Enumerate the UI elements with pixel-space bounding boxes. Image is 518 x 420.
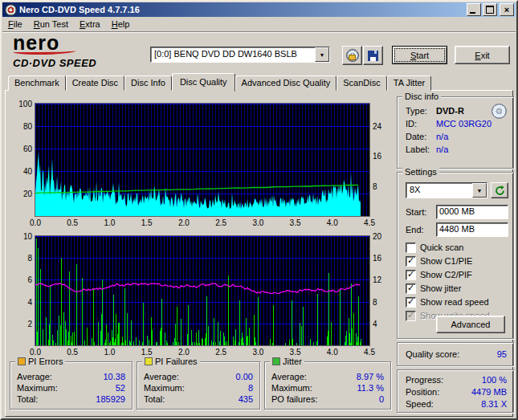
refresh-icon [495, 186, 505, 196]
axis-tick: 0.0 [27, 348, 44, 357]
settings-title: Settings [405, 167, 437, 177]
checkbox-quick-scan[interactable]: ✓ Quick scan [406, 242, 463, 253]
axis-tick: 2.5 [212, 218, 230, 227]
tab-benchmark[interactable]: Benchmark [8, 75, 66, 91]
axis-tick: 1.0 [100, 218, 118, 227]
start-position-field[interactable]: 0000 MB [436, 205, 508, 219]
quality-score-panel: Quality score: 95 [397, 342, 514, 366]
tab-strip: BenchmarkCreate DiscDisc InfoDisc Qualit… [8, 73, 431, 91]
menu-extra[interactable]: Extra [74, 18, 106, 31]
hand-icon [349, 55, 356, 60]
pi-errors-legend-icon [18, 357, 26, 365]
axis-tick: 20 [10, 190, 32, 198]
minimize-icon [470, 12, 475, 14]
minimize-button[interactable] [467, 3, 481, 16]
axis-tick: 3.5 [287, 218, 304, 227]
menu-help[interactable]: Help [106, 18, 136, 31]
axis-tick: 4.0 [324, 348, 341, 357]
menu-run-test[interactable]: Run Test [28, 18, 74, 31]
drive-select[interactable]: [0:0] BENQ DVD DD DW1640 BSLB ▼ [150, 47, 330, 63]
axis-tick: 0.5 [63, 348, 81, 357]
axis-tick: 8 [373, 298, 389, 307]
axis-tick: 60 [10, 145, 32, 153]
scan-speed-select[interactable]: 8X ▼ [406, 182, 487, 198]
jitter-panel: Jitter Average:8.97 % Maximum:11.3 % PO … [264, 361, 391, 410]
axis-tick: 0.0 [27, 218, 44, 227]
drive-select-value: [0:0] BENQ DVD DD DW1640 BSLB [151, 47, 315, 62]
titlebar[interactable]: Nero CD-DVD Speed 4.7.7.16 × [2, 2, 516, 17]
tab-advanced-disc-quality[interactable]: Advanced Disc Quality [235, 75, 337, 91]
quality-score-value: 95 [497, 349, 507, 359]
axis-tick: 100 [10, 100, 32, 108]
pi-failures-title: PI Failures [155, 357, 198, 366]
axis-tick: 3.5 [287, 348, 304, 357]
disc-tray-button[interactable] [342, 46, 362, 65]
speed-dropdown-button[interactable]: ▼ [472, 183, 487, 198]
pi-errors-panel: PI Errors Average:10.38 Maximum:52 Total… [10, 361, 133, 410]
axis-tick: 4 [10, 298, 32, 307]
progress-panel: Progress:100 % Position:4479 MB Speed:8.… [397, 369, 514, 413]
axis-tick: 1.5 [138, 218, 156, 227]
app-window: Nero CD-DVD Speed 4.7.7.16 × File Run Te… [0, 0, 518, 420]
axis-tick: 24 [373, 122, 389, 131]
nero-logo: nero CD·DVD SPEED [13, 34, 141, 69]
axis-tick: 8 [10, 254, 32, 263]
disc-info-title: Disc info [405, 92, 438, 101]
app-icon [5, 4, 17, 16]
checkbox-show-jitter[interactable]: ✓ Show jitter [406, 283, 461, 294]
checkbox-show-c1-pie[interactable]: ✓ Show C1/PIE [406, 255, 472, 267]
tab-disc-quality[interactable]: Disc Quality [172, 73, 235, 92]
jitter-legend-icon [272, 357, 280, 365]
tab-ta-jitter[interactable]: TA Jitter [387, 75, 432, 91]
advanced-button[interactable]: Advanced [436, 316, 505, 333]
axis-tick: 1.5 [138, 348, 156, 357]
axis-tick: 2.5 [212, 348, 230, 357]
chevron-down-icon: ▼ [320, 52, 325, 58]
axis-tick: 4.0 [324, 218, 341, 227]
checkbox-box: ✓ [406, 256, 416, 267]
check-icon: ✓ [407, 311, 414, 320]
drive-dropdown-button[interactable]: ▼ [315, 47, 329, 62]
jitter-title: Jitter [283, 357, 302, 366]
end-position-field[interactable]: 4480 MB [436, 222, 508, 237]
menubar: File Run Test Extra Help [2, 17, 516, 32]
disc-info-panel: Disc info Type:DVD-R ID:MCC 03RG20 Date:… [397, 96, 514, 169]
exit-button[interactable]: Exit [455, 46, 510, 64]
checkbox-show-read-speed[interactable]: ✓ Show read speed [406, 296, 489, 308]
pi-failures-jitter-chart [35, 235, 370, 346]
checkbox-show-c2-pif[interactable]: ✓ Show C2/PIF [406, 269, 472, 280]
axis-tick: 16 [373, 254, 389, 263]
quality-score-label: Quality score: [406, 349, 459, 359]
tab-scandisc[interactable]: ScanDisc [336, 75, 386, 91]
checkbox-box: ✓ [406, 297, 416, 308]
axis-tick: 3.0 [249, 218, 267, 227]
axis-tick: 2 [10, 320, 32, 328]
logo-brand-text: nero [13, 34, 141, 52]
axis-tick: 2.0 [175, 218, 193, 227]
tab-create-disc[interactable]: Create Disc [66, 75, 124, 91]
checkbox-box: ✓ [406, 311, 416, 321]
refresh-button[interactable] [491, 182, 508, 198]
maximize-icon [486, 6, 494, 14]
axis-tick: 4.5 [361, 348, 378, 357]
check-icon: ✓ [407, 270, 414, 279]
pi-failures-legend-icon [145, 357, 153, 365]
pi-errors-title: PI Errors [28, 357, 63, 366]
position-value: 4479 MB [471, 387, 507, 397]
checkbox-box: ✓ [406, 270, 416, 280]
axis-tick: 2.0 [175, 348, 193, 357]
axis-tick: 20 [373, 232, 389, 241]
axis-tick: 8 [373, 182, 389, 191]
maximize-button[interactable] [483, 3, 497, 16]
checkbox-box: ✓ [406, 243, 416, 253]
floppy-save-icon [368, 51, 378, 61]
close-button[interactable]: × [500, 3, 514, 16]
menu-file[interactable]: File [2, 18, 28, 31]
start-button[interactable]: Start [392, 46, 447, 64]
window-title: Nero CD-DVD Speed 4.7.7.16 [19, 5, 465, 14]
checkbox-box: ✓ [406, 283, 416, 294]
save-button[interactable] [363, 46, 383, 65]
pi-failures-panel: PI Failures Average:0.00 Maximum:8 Total… [137, 361, 260, 410]
tab-disc-info[interactable]: Disc Info [124, 75, 172, 91]
disc-icon [346, 49, 359, 62]
